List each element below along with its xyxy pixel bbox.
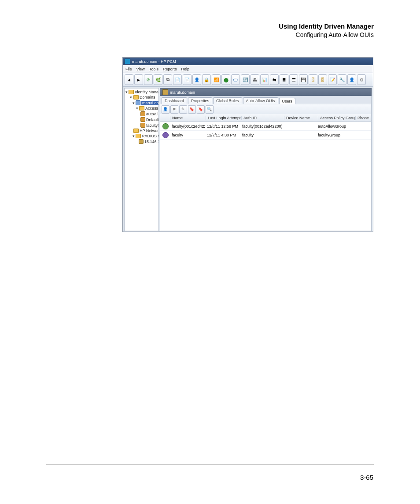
- display-icon[interactable]: 🖵: [231, 74, 240, 85]
- menu-view[interactable]: View: [136, 67, 145, 71]
- doc-icon[interactable]: 📄: [173, 74, 182, 85]
- tree-domains-label: Domains: [140, 95, 155, 99]
- tab-strip: Dashboard Properties Global Rules Auto-A…: [160, 96, 372, 104]
- tree-nac-label: HP Network Access Control: [140, 129, 159, 133]
- title-bar: maruti.domain - HP PCM: [123, 58, 373, 65]
- domain-icon: [136, 100, 140, 105]
- folder-icon: [129, 90, 134, 94]
- header-subtitle: Configuring Auto-Allow OUIs: [279, 31, 374, 39]
- main-panel: maruti.domain Dashboard Properties Globa…: [160, 88, 372, 231]
- note-icon[interactable]: 📝: [328, 74, 337, 85]
- breadcrumb-label: maruti.domain: [170, 90, 195, 95]
- menu-file[interactable]: File: [125, 67, 132, 71]
- users-toolbar: 👤 ✖ ✎ 🔖 🔖 🔍: [160, 104, 372, 114]
- user-icon[interactable]: 👤: [192, 74, 201, 85]
- user-icon: [140, 111, 145, 116]
- refresh-icon[interactable]: ⟳: [144, 74, 153, 85]
- tree-root-label: Identity Management Home: [135, 90, 159, 94]
- tree-icon[interactable]: 🌿: [154, 74, 162, 85]
- cell-auth: faculty: [240, 133, 283, 137]
- tree-radius-label: RADIUS Servers: [142, 134, 159, 138]
- tree-apg-item[interactable]: autoAllowGroup: [125, 111, 158, 117]
- gear-icon[interactable]: ⚙: [357, 74, 366, 85]
- tree-apg[interactable]: ▾ Access Policy Groups: [125, 106, 158, 111]
- person-icon[interactable]: 👤: [347, 74, 356, 85]
- menu-reports[interactable]: Reports: [163, 67, 177, 71]
- db2-icon[interactable]: 🗄: [318, 74, 327, 85]
- menu-bar: File View Tools Reports Help: [123, 65, 373, 73]
- edit-user-icon[interactable]: ✎: [179, 105, 187, 114]
- app-icon: [125, 59, 130, 64]
- chart-icon[interactable]: 📊: [260, 74, 269, 85]
- tag2-icon[interactable]: 🔖: [197, 105, 205, 114]
- tree-nac[interactable]: HP Network Access Control: [125, 128, 158, 133]
- cell-login: 12/8/11 12:58 PM: [205, 124, 240, 129]
- folder-icon: [139, 106, 144, 110]
- tag-icon[interactable]: 🔖: [188, 105, 196, 114]
- user-status-icon: [162, 132, 169, 138]
- tab-users[interactable]: Users: [279, 98, 296, 104]
- col-last-login[interactable]: Last Login Attempt: [206, 116, 242, 120]
- menu-help[interactable]: Help: [181, 67, 189, 71]
- nav-back-icon[interactable]: ◄: [125, 74, 133, 85]
- user-icon: [140, 117, 145, 122]
- tab-properties[interactable]: Properties: [188, 97, 212, 104]
- tab-dashboard[interactable]: Dashboard: [162, 97, 187, 104]
- save-icon[interactable]: 💾: [299, 74, 308, 85]
- cell-acp: facultyGroup: [316, 133, 353, 137]
- col-icon[interactable]: [160, 116, 170, 120]
- db-icon[interactable]: 🗄: [309, 74, 317, 85]
- tree-apg-label: Access Policy Groups: [145, 106, 159, 110]
- document-page: Using Identity Driven Manager Configurin…: [0, 0, 420, 504]
- wrench-icon[interactable]: 🔧: [338, 74, 346, 85]
- header-title: Using Identity Driven Manager: [279, 22, 374, 31]
- tree-item-label: 15.146.194.185(15.146.1: [144, 140, 159, 144]
- tree-radius[interactable]: ▾ RADIUS Servers: [125, 133, 158, 139]
- doc2-icon[interactable]: 📄: [183, 74, 192, 85]
- tree-domains[interactable]: ▾ Domains: [125, 95, 158, 100]
- lock-icon[interactable]: 🔒: [202, 74, 211, 85]
- tree-radius-item[interactable]: 15.146.194.185(15.146.1: [125, 139, 158, 144]
- find-user-icon[interactable]: 🔍: [206, 105, 214, 114]
- list-icon[interactable]: ≣: [280, 74, 288, 85]
- nav-forward-icon[interactable]: ►: [134, 74, 143, 85]
- col-phone[interactable]: Phone: [356, 116, 371, 120]
- page-number: 3-65: [360, 474, 373, 481]
- network-icon[interactable]: ⬤: [221, 74, 230, 85]
- menu-tools[interactable]: Tools: [149, 67, 158, 71]
- cell-login: 12/7/11 4:30 PM: [205, 133, 240, 137]
- tree-apg-item[interactable]: Default Access Policy Gro: [125, 117, 158, 122]
- main-toolbar: ◄ ► ⟳ 🌿 ⧉ 📄 📄 👤 🔒 📶 ⬤ 🖵 🔄 🖶 📊 ⇆ ≣ ☰ 💾 🗄 …: [123, 73, 373, 87]
- wifi-icon[interactable]: 📶: [212, 74, 221, 85]
- nav-tree[interactable]: ▾ Identity Management Home ▾ Domains ▾ m…: [124, 88, 159, 231]
- delete-user-icon[interactable]: ✖: [170, 105, 178, 114]
- tree-apg-item[interactable]: facultyGroup: [125, 122, 158, 128]
- col-auth-id[interactable]: Auth ID: [242, 116, 284, 120]
- cell-name: faculty(001c2ed42200): [170, 124, 205, 129]
- add-user-icon[interactable]: 👤: [162, 105, 169, 114]
- table-row[interactable]: faculty 12/7/11 4:30 PM faculty facultyG…: [160, 131, 371, 140]
- tab-global-rules[interactable]: Global Rules: [213, 97, 242, 104]
- print-icon[interactable]: 🖶: [251, 74, 259, 85]
- tree-root[interactable]: ▾ Identity Management Home: [125, 89, 158, 95]
- col-access-policy-group[interactable]: Access Policy Group: [318, 116, 356, 120]
- col-device-name[interactable]: Device Name: [284, 116, 318, 120]
- sync-icon[interactable]: 🔄: [241, 74, 250, 85]
- topo-icon[interactable]: ⇆: [270, 74, 279, 85]
- user-status-icon: [162, 123, 169, 129]
- tab-auto-allow-ouis[interactable]: Auto-Allow OUIs: [243, 97, 278, 104]
- table-row[interactable]: faculty(001c2ed42200) 12/8/11 12:58 PM f…: [160, 122, 371, 131]
- breadcrumb: maruti.domain: [160, 88, 372, 96]
- tree-item-label: Default Access Policy Gro: [146, 118, 159, 122]
- window-body: ▾ Identity Management Home ▾ Domains ▾ m…: [123, 87, 373, 232]
- app-window: maruti.domain - HP PCM File View Tools R…: [122, 57, 373, 232]
- tree-domain-label: maruti.domain: [141, 101, 159, 105]
- folder-icon: [133, 95, 139, 99]
- footer-rule: [46, 464, 374, 464]
- col-name[interactable]: Name: [170, 116, 206, 120]
- tree-domain-selected[interactable]: ▾ maruti.domain: [125, 100, 158, 106]
- user-icon: [140, 123, 145, 128]
- folder-icon: [133, 129, 139, 133]
- props-icon[interactable]: ☰: [289, 74, 298, 85]
- copy-icon[interactable]: ⧉: [163, 74, 172, 85]
